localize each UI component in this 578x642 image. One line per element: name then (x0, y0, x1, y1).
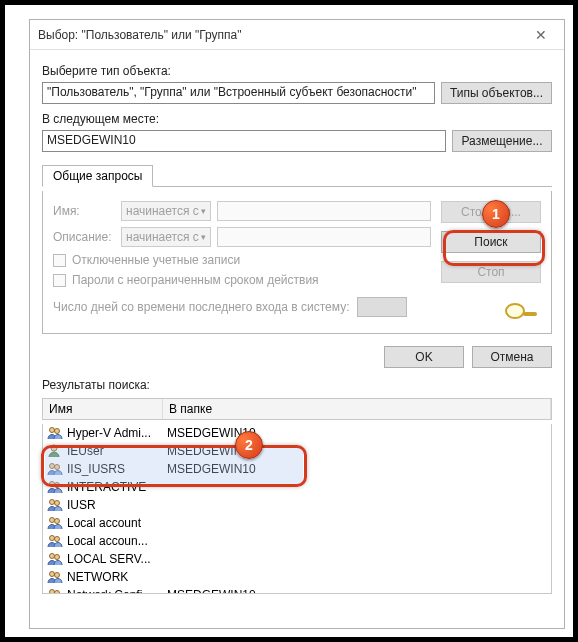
disabled-accounts-label: Отключенные учетные записи (72, 253, 240, 267)
svg-point-3 (55, 429, 60, 434)
svg-point-17 (50, 572, 55, 577)
group-icon (47, 426, 63, 440)
row-folder: MSEDGEWIN10 (167, 426, 547, 440)
group-icon (47, 588, 63, 594)
row-folder: MSEDGEWIN10 (167, 444, 547, 458)
nonexpiring-pw-label: Пароли с неограниченным сроком действия (72, 273, 319, 287)
tab-common-queries[interactable]: Общие запросы (42, 165, 153, 187)
location-field[interactable]: MSEDGEWIN10 (42, 130, 446, 152)
svg-point-14 (55, 537, 60, 542)
table-row[interactable]: IUSR (43, 496, 551, 514)
svg-rect-1 (523, 312, 537, 316)
row-name: LOCAL SERV... (67, 552, 167, 566)
table-row[interactable]: IIS_IUSRSMSEDGEWIN10 (43, 460, 551, 478)
row-name: IEUser (67, 444, 167, 458)
magnifier-icon (501, 299, 541, 323)
svg-point-16 (55, 555, 60, 560)
results-list[interactable]: Hyper-V Admi...MSEDGEWIN10IEUserMSEDGEWI… (42, 424, 552, 594)
row-name: Local account (67, 516, 167, 530)
tab-strip: Общие запросы (42, 164, 552, 187)
row-name: IUSR (67, 498, 167, 512)
dialog-body: Выберите тип объекта: "Пользователь", "Г… (30, 50, 564, 600)
close-icon[interactable]: ✕ (526, 27, 556, 43)
svg-point-11 (50, 518, 55, 523)
object-types-button[interactable]: Типы объектов... (441, 82, 552, 104)
row-name: Hyper-V Admi... (67, 426, 167, 440)
days-label: Число дней со времени последнего входа в… (53, 300, 349, 314)
stop-button[interactable]: Стоп (441, 261, 541, 283)
nonexpiring-pw-checkbox[interactable]: Пароли с неограниченным сроком действия (53, 273, 431, 287)
locations-button[interactable]: Размещение... (452, 130, 552, 152)
user-icon (47, 444, 63, 458)
svg-point-4 (51, 445, 57, 451)
svg-point-13 (50, 536, 55, 541)
table-row[interactable]: NETWORK (43, 568, 551, 586)
table-row[interactable]: IEUserMSEDGEWIN10 (43, 442, 551, 460)
chevron-down-icon: ▾ (201, 206, 206, 216)
table-row[interactable]: Network Confi...MSEDGEWIN10 (43, 586, 551, 594)
table-row[interactable]: Hyper-V Admi...MSEDGEWIN10 (43, 424, 551, 442)
titlebar: Выбор: "Пользователь" или "Группа" ✕ (30, 20, 564, 50)
tab-body: Имя: начинается с▾ Описание: начинается … (42, 191, 552, 334)
table-row[interactable]: INTERACTIVE (43, 478, 551, 496)
desc-filter-input[interactable] (217, 227, 431, 247)
chevron-down-icon: ▾ (201, 232, 206, 242)
desc-filter-label: Описание: (53, 230, 115, 244)
svg-point-10 (55, 501, 60, 506)
table-row[interactable]: Local accoun... (43, 532, 551, 550)
column-folder[interactable]: В папке (163, 399, 551, 419)
column-name[interactable]: Имя (43, 399, 163, 419)
name-filter-input[interactable] (217, 201, 431, 221)
ok-button[interactable]: OK (384, 346, 464, 368)
row-name: Network Confi... (67, 588, 167, 594)
desc-mode-text: начинается с (126, 230, 199, 244)
svg-point-0 (506, 304, 524, 318)
svg-point-6 (55, 465, 60, 470)
checkbox-icon (53, 274, 66, 287)
group-icon (47, 534, 63, 548)
location-label: В следующем месте: (42, 112, 552, 126)
results-label: Результаты поиска: (42, 378, 552, 392)
svg-point-12 (55, 519, 60, 524)
group-icon (47, 462, 63, 476)
name-mode-text: начинается с (126, 204, 199, 218)
results-header: Имя В папке (42, 398, 552, 420)
svg-point-19 (50, 590, 55, 595)
group-icon (47, 480, 63, 494)
table-row[interactable]: Local account (43, 514, 551, 532)
disabled-accounts-checkbox[interactable]: Отключенные учетные записи (53, 253, 431, 267)
object-type-label: Выберите тип объекта: (42, 64, 552, 78)
row-name: NETWORK (67, 570, 167, 584)
row-name: IIS_IUSRS (67, 462, 167, 476)
svg-point-7 (50, 482, 55, 487)
group-icon (47, 552, 63, 566)
row-folder: MSEDGEWIN10 (167, 462, 547, 476)
svg-point-9 (50, 500, 55, 505)
svg-point-20 (55, 591, 60, 595)
desc-mode-combo[interactable]: начинается с▾ (121, 227, 211, 247)
row-name: Local accoun... (67, 534, 167, 548)
dialog-window: Выбор: "Пользователь" или "Группа" ✕ Выб… (29, 19, 565, 629)
window-title: Выбор: "Пользователь" или "Группа" (38, 28, 526, 42)
svg-point-2 (50, 428, 55, 433)
checkbox-icon (53, 254, 66, 267)
table-row[interactable]: LOCAL SERV... (43, 550, 551, 568)
columns-button[interactable]: Столбцы... (441, 201, 541, 223)
row-folder: MSEDGEWIN10 (167, 588, 547, 594)
group-icon (47, 516, 63, 530)
find-button[interactable]: Поиск (441, 231, 541, 253)
object-type-field[interactable]: "Пользователь", "Группа" или "Встроенный… (42, 82, 435, 104)
name-filter-label: Имя: (53, 204, 115, 218)
svg-point-8 (55, 483, 60, 488)
group-icon (47, 498, 63, 512)
svg-point-18 (55, 573, 60, 578)
row-name: INTERACTIVE (67, 480, 167, 494)
group-icon (47, 570, 63, 584)
name-mode-combo[interactable]: начинается с▾ (121, 201, 211, 221)
svg-point-5 (50, 464, 55, 469)
svg-point-15 (50, 554, 55, 559)
days-spinner[interactable] (357, 297, 407, 317)
cancel-button[interactable]: Отмена (472, 346, 552, 368)
